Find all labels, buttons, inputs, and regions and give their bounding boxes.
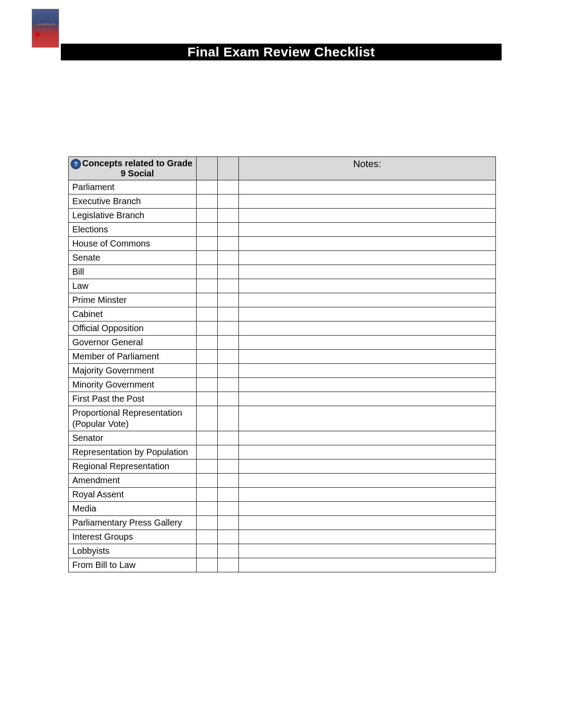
concept-cell: Member of Parliament <box>69 350 197 364</box>
check-cell-1 <box>197 516 218 530</box>
check-cell-1 <box>197 237 218 251</box>
check-cell-1 <box>197 502 218 516</box>
table-row: Regional Representation <box>69 459 496 474</box>
check-cell-1 <box>197 445 218 459</box>
notes-cell <box>239 502 496 516</box>
notes-cell <box>239 392 496 406</box>
question-icon <box>71 159 81 169</box>
notes-cell <box>239 293 496 307</box>
check-cell-2 <box>218 474 239 488</box>
check-cell-2 <box>218 516 239 530</box>
table-row: Minority Government <box>69 378 496 392</box>
notes-cell <box>239 406 496 431</box>
table-row: Amendment <box>69 474 496 488</box>
check-cell-2 <box>218 558 239 572</box>
table-row: Representation by Population <box>69 445 496 459</box>
notes-cell <box>239 336 496 350</box>
table-row: Senate <box>69 251 496 265</box>
check-cell-1 <box>197 293 218 307</box>
concept-cell: Official Opposition <box>69 321 197 336</box>
header-check-1 <box>197 157 218 180</box>
notes-cell <box>239 474 496 488</box>
check-cell-2 <box>218 180 239 194</box>
check-cell-1 <box>197 180 218 194</box>
concept-cell: Elections <box>69 223 197 237</box>
concept-cell: Majority Government <box>69 364 197 378</box>
concept-cell: Senate <box>69 251 197 265</box>
check-cell-1 <box>197 321 218 336</box>
check-cell-1 <box>197 459 218 474</box>
check-cell-1 <box>197 558 218 572</box>
table-row: Parliamentary Press Gallery <box>69 516 496 530</box>
checklist-table: Concepts related to Grade 9 Social Notes… <box>68 157 496 572</box>
check-cell-2 <box>218 307 239 321</box>
concept-cell: Law <box>69 279 197 293</box>
notes-cell <box>239 180 496 194</box>
notes-cell <box>239 488 496 502</box>
notes-cell <box>239 544 496 558</box>
check-cell-1 <box>197 279 218 293</box>
check-cell-2 <box>218 392 239 406</box>
check-cell-2 <box>218 488 239 502</box>
check-cell-2 <box>218 321 239 336</box>
table-row: Member of Parliament <box>69 350 496 364</box>
notes-cell <box>239 364 496 378</box>
notes-cell <box>239 530 496 544</box>
check-cell-2 <box>218 223 239 237</box>
check-cell-2 <box>218 251 239 265</box>
concept-cell: Minority Government <box>69 378 197 392</box>
check-cell-1 <box>197 223 218 237</box>
notes-cell <box>239 223 496 237</box>
check-cell-1 <box>197 364 218 378</box>
notes-cell <box>239 431 496 445</box>
textbook-cover-image <box>32 9 59 48</box>
table-row: Prime Minster <box>69 293 496 307</box>
table-row: Governor General <box>69 336 496 350</box>
concept-cell: Representation by Population <box>69 445 197 459</box>
check-cell-2 <box>218 293 239 307</box>
check-cell-1 <box>197 251 218 265</box>
check-cell-2 <box>218 459 239 474</box>
header-check-2 <box>218 157 239 180</box>
check-cell-2 <box>218 265 239 279</box>
notes-cell <box>239 321 496 336</box>
check-cell-1 <box>197 265 218 279</box>
notes-cell <box>239 209 496 223</box>
notes-cell <box>239 350 496 364</box>
check-cell-1 <box>197 209 218 223</box>
concept-cell: Royal Assent <box>69 488 197 502</box>
table-row: Cabinet <box>69 307 496 321</box>
check-cell-1 <box>197 392 218 406</box>
notes-cell <box>239 459 496 474</box>
header-notes: Notes: <box>239 157 496 180</box>
header-concepts-label: Concepts related to Grade 9 Social <box>82 158 192 178</box>
concept-cell: Prime Minster <box>69 293 197 307</box>
table-row: Bill <box>69 265 496 279</box>
check-cell-1 <box>197 544 218 558</box>
table-row: Majority Government <box>69 364 496 378</box>
table-row: Media <box>69 502 496 516</box>
notes-cell <box>239 558 496 572</box>
notes-cell <box>239 237 496 251</box>
check-cell-1 <box>197 336 218 350</box>
concept-cell: Media <box>69 502 197 516</box>
check-cell-2 <box>218 364 239 378</box>
concept-cell: House of Commons <box>69 237 197 251</box>
header-concepts: Concepts related to Grade 9 Social <box>69 157 197 180</box>
check-cell-2 <box>218 279 239 293</box>
table-row: Royal Assent <box>69 488 496 502</box>
table-row: First Past the Post <box>69 392 496 406</box>
table-row: House of Commons <box>69 237 496 251</box>
concept-cell: Senator <box>69 431 197 445</box>
check-cell-1 <box>197 194 218 209</box>
notes-cell <box>239 307 496 321</box>
check-cell-2 <box>218 502 239 516</box>
table-row: Official Opposition <box>69 321 496 336</box>
table-row: Legislative Branch <box>69 209 496 223</box>
table-row: Interest Groups <box>69 530 496 544</box>
notes-cell <box>239 279 496 293</box>
notes-cell <box>239 378 496 392</box>
check-cell-1 <box>197 530 218 544</box>
check-cell-2 <box>218 350 239 364</box>
concept-cell: Governor General <box>69 336 197 350</box>
